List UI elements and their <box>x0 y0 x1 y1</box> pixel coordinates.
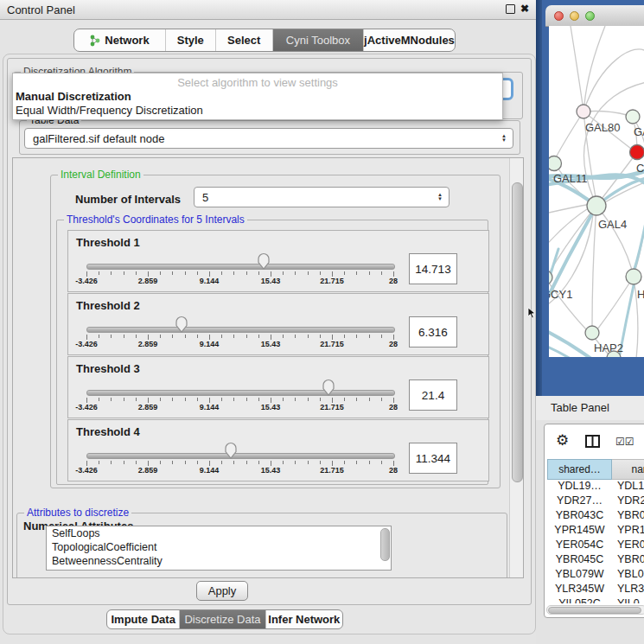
table-row[interactable]: YBR045CYBR0 <box>547 553 644 568</box>
tab-select[interactable]: Select <box>216 29 273 51</box>
network-edge[interactable] <box>556 112 583 157</box>
table-row[interactable]: YBL079WYBL0 <box>547 568 644 583</box>
tick-mark <box>381 461 382 464</box>
network-window-titlebar[interactable] <box>545 5 644 27</box>
threshold-slider-thumb[interactable] <box>224 441 238 460</box>
close-window-icon[interactable] <box>554 11 564 21</box>
tick-mark <box>99 335 99 338</box>
tick-label: 2.859 <box>138 277 158 285</box>
network-edge-highlighted[interactable] <box>634 218 644 269</box>
threshold-slider-track[interactable] <box>86 453 395 459</box>
tick-mark <box>172 461 173 464</box>
tick-mark <box>369 398 370 401</box>
threshold-slider-thumb[interactable] <box>257 252 271 271</box>
network-edge[interactable] <box>584 26 605 105</box>
attribute-list-item[interactable]: BetweennessCentrality <box>47 554 391 568</box>
network-node-gal80[interactable] <box>577 105 590 118</box>
table-row[interactable]: YBR043CYBR0 <box>547 509 644 524</box>
tick-label: 21.715 <box>320 340 344 348</box>
network-edge[interactable] <box>605 182 644 202</box>
tick-mark <box>344 398 345 401</box>
tick-label: 28 <box>389 340 398 348</box>
column-header-name[interactable]: name <box>612 459 644 480</box>
network-graph: GAL80GACGAL11GAL4GCY1HHAP2 <box>549 26 644 357</box>
tab-discretize-data[interactable]: Discretize Data <box>180 610 265 628</box>
tick-label: 9.144 <box>200 277 220 285</box>
tab-impute-data[interactable]: Impute Data <box>107 610 180 628</box>
network-node-ga[interactable] <box>626 110 640 124</box>
threshold-slider-thumb[interactable] <box>175 315 188 334</box>
table-horizontal-scrollbar[interactable] <box>546 605 644 615</box>
tick-mark <box>185 271 186 275</box>
option-manual-discretization[interactable]: Manual Discretization <box>16 90 131 103</box>
table-row[interactable]: YER054CYER0 <box>547 539 644 553</box>
network-node-gal4[interactable] <box>587 196 606 215</box>
table-row[interactable]: YDR27…YDR2 <box>547 494 644 509</box>
network-node-h[interactable] <box>626 269 641 284</box>
table-row[interactable]: YDL19…YDL1 <box>547 480 644 494</box>
threshold-value-field[interactable]: 21.4 <box>409 379 457 411</box>
threshold-value-field[interactable]: 6.316 <box>409 316 457 348</box>
attributes-list-scrollbar[interactable] <box>380 528 390 561</box>
zoom-window-icon[interactable] <box>585 11 595 21</box>
select-columns-icon[interactable]: ☑☑ <box>615 436 634 448</box>
tab-network-label: Network <box>105 34 149 47</box>
threshold-value-field[interactable]: 14.713 <box>409 253 457 284</box>
thresholds-group-title: Threshold's Coordinates for 5 Intervals <box>64 214 247 226</box>
tick-mark <box>160 398 161 401</box>
num-intervals-label: Number of Intervals <box>75 193 181 206</box>
tick-mark <box>111 398 112 401</box>
close-panel-icon[interactable]: ✖ <box>520 3 529 15</box>
table-row[interactable]: YIL052CYIL0 <box>547 597 644 603</box>
table-rows: YDL19…YDL1YDR27…YDR2YBR043CYBR0YPR145WYP… <box>547 480 644 603</box>
threshold-slider-track[interactable] <box>86 327 395 333</box>
network-node-c[interactable] <box>630 145 644 160</box>
network-edge[interactable] <box>549 207 590 259</box>
table-data-select[interactable]: galFiltered.sif default node ▲▼ <box>24 128 513 149</box>
network-node-hap2[interactable] <box>585 326 599 340</box>
tab-cyni-toolbox[interactable]: Cyni Toolbox <box>273 29 364 51</box>
threshold-value-field[interactable]: 11.344 <box>409 443 457 474</box>
tab-jactivemnodules[interactable]: jActiveMNodules <box>364 29 455 51</box>
numerical-attributes-list[interactable]: SelfLoopsTopologicalCoefficientBetweenne… <box>46 526 392 571</box>
network-node-label: GA <box>634 125 644 138</box>
algorithm-dropdown-popup: Select algorithm to view settings Manual… <box>12 73 503 120</box>
network-edge[interactable] <box>596 206 632 270</box>
network-edge[interactable] <box>597 277 634 329</box>
tab-network[interactable]: Network <box>74 29 166 51</box>
network-node-label: C <box>636 162 644 175</box>
float-panel-icon[interactable] <box>506 4 515 14</box>
network-edge[interactable] <box>571 26 583 105</box>
option-equal-width-frequency[interactable]: Equal Width/Frequency Discretization <box>16 104 203 117</box>
attribute-list-item[interactable]: TopologicalCoefficient <box>47 540 391 554</box>
column-header-shared-name[interactable]: shared… <box>547 459 612 480</box>
scrollbar-thumb[interactable] <box>548 607 641 615</box>
network-edge-highlighted[interactable] <box>549 209 595 320</box>
table-row[interactable]: YLR345WYLR3 <box>547 583 644 597</box>
minimize-window-icon[interactable] <box>570 11 579 21</box>
tick-label: 9.144 <box>200 466 220 475</box>
network-edge-highlighted[interactable] <box>549 325 591 357</box>
apply-button[interactable]: Apply <box>196 581 248 601</box>
num-intervals-select[interactable]: 5 ▲▼ <box>194 187 450 207</box>
threshold-slider-track[interactable] <box>86 264 395 270</box>
threshold-slider-track[interactable] <box>86 390 395 396</box>
split-view-icon[interactable] <box>585 435 600 451</box>
tick-mark <box>381 271 382 275</box>
network-view[interactable]: GAL80GACGAL11GAL4GCY1HHAP2 <box>549 26 644 357</box>
scrollbar-thumb[interactable] <box>512 182 523 482</box>
tick-mark <box>124 335 124 338</box>
network-edge[interactable] <box>592 206 596 326</box>
network-node-gal11[interactable] <box>549 156 562 171</box>
attribute-list-item[interactable]: SelfLoops <box>47 526 391 540</box>
network-edge[interactable] <box>583 49 644 112</box>
gear-icon[interactable]: ⚙ <box>556 431 569 450</box>
table-row[interactable]: YPR145WYPR1 <box>547 524 644 539</box>
tick-mark <box>258 398 259 401</box>
tab-style[interactable]: Style <box>166 29 215 51</box>
tick-mark <box>124 461 124 464</box>
table-data-value: galFiltered.sif default node <box>33 132 164 145</box>
threshold-slider-thumb[interactable] <box>322 378 335 397</box>
settings-vertical-scrollbar[interactable] <box>509 158 523 577</box>
tab-infer-network[interactable]: Infer Network <box>266 610 342 628</box>
